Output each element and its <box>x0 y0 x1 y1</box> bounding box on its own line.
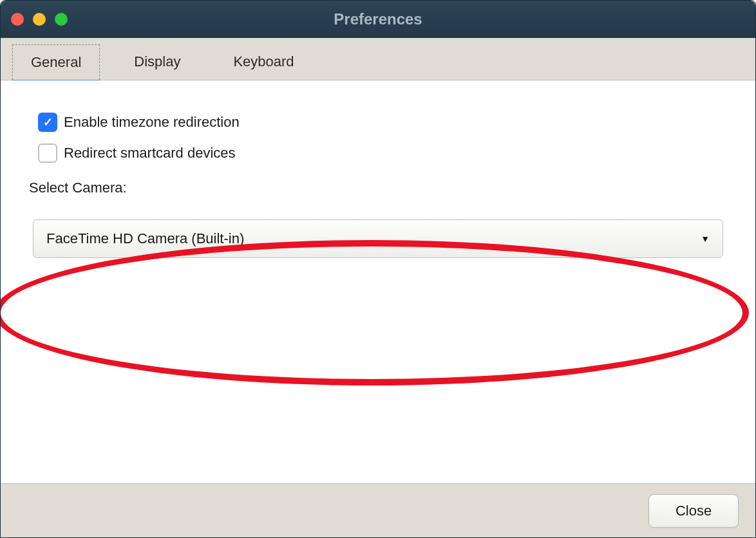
window-title: Preferences <box>334 10 422 28</box>
content-area: ✓ Enable timezone redirection Redirect s… <box>1 80 755 483</box>
tab-label: Display <box>134 53 180 70</box>
select-camera-label: Select Camera: <box>29 180 723 196</box>
maximize-window-button[interactable] <box>55 13 68 26</box>
camera-selected-value: FaceTime HD Camera (Built-in) <box>46 230 244 247</box>
camera-dropdown[interactable]: FaceTime HD Camera (Built-in) ▼ <box>33 219 723 258</box>
tab-display[interactable]: Display <box>115 44 199 80</box>
tab-label: General <box>31 54 81 70</box>
preferences-window: Preferences General Display Keyboard ✓ E… <box>0 0 756 538</box>
redirect-smartcard-row: Redirect smartcard devices <box>38 144 723 163</box>
annotation-highlight <box>0 240 749 385</box>
titlebar: Preferences <box>1 1 755 38</box>
enable-timezone-label: Enable timezone redirection <box>64 114 240 131</box>
check-icon: ✓ <box>43 115 53 129</box>
close-button-label: Close <box>676 503 712 519</box>
redirect-smartcard-checkbox[interactable] <box>38 144 57 163</box>
close-window-button[interactable] <box>11 13 24 26</box>
redirect-smartcard-label: Redirect smartcard devices <box>64 145 236 162</box>
footer: Close <box>1 483 755 537</box>
tab-label: Keyboard <box>233 53 294 70</box>
enable-timezone-row: ✓ Enable timezone redirection <box>38 113 723 132</box>
tab-general[interactable]: General <box>12 44 100 80</box>
tab-keyboard[interactable]: Keyboard <box>214 44 312 80</box>
traffic-lights <box>11 13 68 26</box>
chevron-down-icon: ▼ <box>701 234 710 244</box>
close-button[interactable]: Close <box>648 494 739 528</box>
minimize-window-button[interactable] <box>33 13 46 26</box>
enable-timezone-checkbox[interactable]: ✓ <box>38 113 57 132</box>
tabbar: General Display Keyboard <box>1 38 755 80</box>
